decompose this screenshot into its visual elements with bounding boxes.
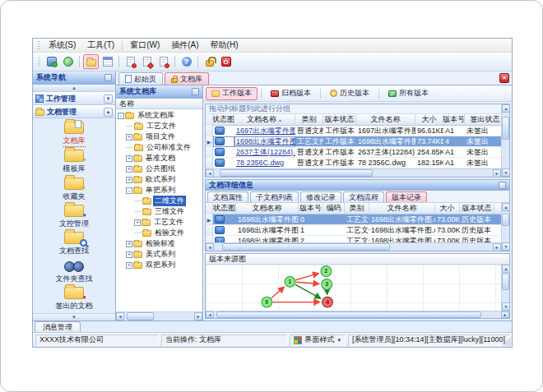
scroll-up-icon[interactable]: ▲ <box>502 203 510 211</box>
tree-node-12[interactable]: +检验标准 <box>116 238 202 249</box>
tree-horizontal-scrollbar[interactable]: ◄ ► <box>116 311 202 321</box>
sidebar-group-work[interactable]: 工作管理 ▼ <box>33 92 115 105</box>
interface-style-dropdown[interactable]: 界面样式 ▼ <box>290 334 346 346</box>
scroll-down-icon[interactable]: ▼ <box>502 242 510 251</box>
toolbar-button-report[interactable] <box>100 54 115 69</box>
toolbar-button-doc-delete[interactable] <box>155 54 171 69</box>
pin-icon[interactable] <box>104 74 112 81</box>
column-header[interactable]: 类别 <box>345 203 369 214</box>
column-header[interactable]: 版本状态 <box>460 203 494 214</box>
column-header[interactable]: 版本状态 <box>323 114 356 125</box>
tree-node-2[interactable]: +项目文件 <box>116 131 202 142</box>
pin-icon[interactable] <box>499 182 506 189</box>
tree-node-8[interactable]: 二维文件 <box>116 196 202 206</box>
tree-node-11[interactable]: 检验文件 <box>116 228 202 238</box>
expand-icon[interactable]: + <box>126 241 132 247</box>
tree-node-5[interactable]: +公共图纸 <box>116 164 202 174</box>
collapse-icon[interactable]: - <box>126 187 132 194</box>
column-header[interactable]: 版本号 <box>443 114 465 125</box>
version-node-2[interactable]: 2 <box>321 266 332 277</box>
sidebar-item-5[interactable]: 文件夹查找 <box>33 258 115 285</box>
scroll-left-icon[interactable]: ◄ <box>206 243 214 251</box>
sidebar-scroll-down[interactable]: ▼ <box>33 313 115 321</box>
close-icon[interactable]: × <box>499 73 509 83</box>
scroll-left-icon[interactable]: ◄ <box>116 312 124 321</box>
scroll-up-icon[interactable]: ▲ <box>502 104 510 113</box>
message-management-tab[interactable]: 消息管理 <box>35 321 81 332</box>
column-header[interactable]: 版本号 <box>299 203 323 214</box>
column-header[interactable]: 大小 <box>435 203 460 214</box>
tree-node-13[interactable]: +美式系列 <box>116 249 202 260</box>
tab-start-page[interactable]: 起始页 <box>118 72 163 85</box>
version-node-1[interactable]: 1 <box>285 276 295 287</box>
sidebar-item-4[interactable]: 文档查找 <box>33 231 115 258</box>
scrollbar-thumb[interactable] <box>220 169 373 177</box>
resize-grip[interactable] <box>503 338 511 346</box>
tree-node-1[interactable]: 工艺文件 <box>116 121 202 131</box>
sidebar-item-6[interactable]: ●签出的文档 <box>33 286 115 313</box>
toolbar-button-doc-new[interactable] <box>139 54 155 69</box>
column-header[interactable]: 编码 <box>323 203 345 214</box>
graph-horizontal-scrollbar[interactable]: ◄ ► <box>206 311 509 318</box>
sidebar-item-3[interactable]: ●文控管理 <box>33 203 115 230</box>
scroll-down-icon[interactable]: ▼ <box>502 168 510 177</box>
toolbar-button-sync-screen[interactable] <box>44 54 59 69</box>
sidebar-item-0[interactable]: 文档库 <box>33 121 115 148</box>
tree-node-0[interactable]: -系统文档库 <box>116 110 202 121</box>
collapse-icon[interactable]: - <box>118 113 124 119</box>
table-row[interactable]: ▶↑1698出水嘴零件图.dwg工艺文件工作版本1698出水嘴零件图.dwg73… <box>206 136 501 147</box>
document-link[interactable]: 1698出水嘴零件图.dwg <box>236 136 295 147</box>
detail-tab-3[interactable]: 文档流程 <box>343 191 384 202</box>
column-header[interactable]: 大小 <box>415 114 443 125</box>
version-node-3[interactable]: 3 <box>322 279 332 290</box>
scrollbar-thumb[interactable] <box>502 214 509 226</box>
detail-tab-4[interactable]: 版本记录 <box>386 191 427 202</box>
chevron-down-icon[interactable]: ▼ <box>104 95 113 104</box>
table-row[interactable]: ↑1697出水嘴零件图.dwg普通文档工作版本1697出水嘴零件图.dwg96.… <box>206 126 501 136</box>
documents-vertical-scrollbar[interactable]: ▲ ▼ <box>501 104 509 177</box>
toolbar-button-exit[interactable]: O <box>218 54 234 69</box>
tree-node-6[interactable]: +欧式系列 <box>116 174 202 185</box>
detail-tab-1[interactable]: 子文档列表 <box>250 191 299 202</box>
scroll-left-icon[interactable]: ◄ <box>206 169 214 178</box>
version-button-3[interactable]: ✓所有版本 <box>383 87 434 100</box>
version-button-0[interactable]: 工作版本 <box>206 87 258 100</box>
scrollbar-thumb[interactable] <box>216 311 480 318</box>
detail-horizontal-scrollbar[interactable]: ◄ ► <box>206 242 501 251</box>
scroll-right-icon[interactable]: ► <box>493 243 501 251</box>
document-link[interactable]: 1697出水嘴零件图.dwg <box>236 126 295 136</box>
toolbar-button-doc-export[interactable] <box>123 54 138 69</box>
tree-node-3[interactable]: 公司标准文件 <box>116 142 202 153</box>
detail-vertical-scrollbar[interactable]: ▲ ▼ <box>501 203 509 251</box>
scrollbar-thumb[interactable] <box>222 243 389 251</box>
table-row[interactable]: ↑2637主体(12284).dwg普通文档工作版本2637主体(12284).… <box>206 147 501 158</box>
version-node-4[interactable]: 4 <box>323 297 333 307</box>
scroll-down-icon[interactable]: ▼ <box>502 302 510 311</box>
detail-tab-0[interactable]: 文档属性 <box>207 191 248 202</box>
graph-vertical-scrollbar[interactable]: ▲ ▼ <box>501 265 509 311</box>
expand-icon[interactable]: + <box>126 155 132 162</box>
expand-icon[interactable]: + <box>126 177 132 183</box>
table-row[interactable]: ↑78 2356C.dwg普通文档工作版本78 2356C.dwg182.15K… <box>206 158 501 168</box>
detail-tab-2[interactable]: 修改记录 <box>300 191 341 202</box>
column-header[interactable]: 文件名称 <box>369 203 435 214</box>
column-header[interactable]: 类别 <box>295 114 323 125</box>
scrollbar-thumb[interactable] <box>502 117 509 139</box>
sidebar-item-2[interactable]: ★收藏夹 <box>33 176 115 203</box>
version-button-2[interactable]: 历史版本 <box>324 87 375 100</box>
menu-help[interactable]: 帮助(H) <box>205 39 244 52</box>
scroll-right-icon[interactable]: ► <box>501 311 509 318</box>
scroll-up-icon[interactable]: ▲ <box>502 265 510 273</box>
scrollbar-thumb[interactable] <box>502 274 509 290</box>
table-row[interactable]: ↑1698出水嘴零件图.dwg2工艺文件1698出水嘴零件图.dwg73.00K… <box>206 236 501 242</box>
toolbar-button-help[interactable]: ? <box>179 54 194 69</box>
tree-column-header[interactable]: 名称 <box>116 99 202 109</box>
tree-node-14[interactable]: +双把系列 <box>116 260 202 270</box>
column-header[interactable]: 签出状态 <box>465 114 506 125</box>
column-header[interactable]: 状态图 <box>213 203 236 214</box>
expand-icon[interactable]: + <box>126 262 132 269</box>
sidebar-group-documents[interactable]: 文档管理 ▲ <box>33 105 115 118</box>
table-row[interactable]: ↑1698出水嘴零件图.dwg1工艺文件1698出水嘴零件图.dwg73.00K… <box>206 225 501 236</box>
tree-node-7[interactable]: -单把系列 <box>116 185 202 196</box>
tree-node-9[interactable]: 三维文件 <box>116 206 202 217</box>
